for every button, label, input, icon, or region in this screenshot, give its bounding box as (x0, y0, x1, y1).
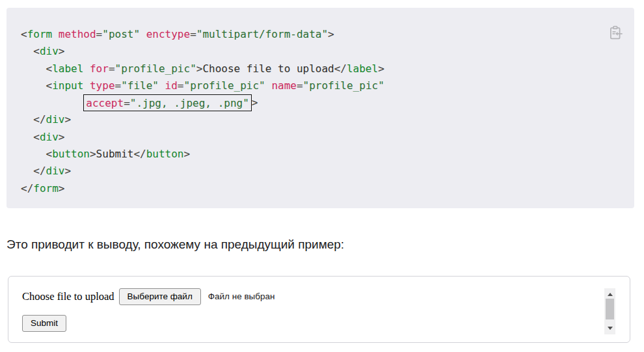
code-token: id (165, 79, 178, 92)
code-token (21, 148, 46, 160)
code-token: </ (33, 113, 46, 126)
code-line: </div> (21, 163, 634, 180)
code-token (159, 79, 165, 92)
code-token: < (46, 62, 53, 75)
code-token (265, 79, 272, 92)
file-upload-label[interactable]: Choose file to upload (22, 290, 114, 303)
code-token: input (52, 79, 83, 92)
scrollbar-track[interactable] (604, 288, 615, 334)
code-token: Choose file to upload (202, 62, 334, 75)
code-token: for (90, 62, 109, 75)
code-token: > (252, 96, 258, 109)
code-line: <div> (21, 129, 634, 146)
no-file-chosen-text: Файл не выбран (208, 291, 275, 301)
code-token: div (40, 45, 59, 57)
code-token: button (52, 148, 90, 160)
code-token: = (124, 96, 130, 109)
code-token: < (46, 79, 53, 92)
code-token (21, 131, 33, 143)
code-token: > (59, 45, 65, 57)
code-token: < (21, 28, 27, 40)
code-token: enctype (146, 28, 190, 40)
code-token: </ (133, 148, 146, 160)
submit-row: Submit (22, 314, 66, 332)
page: <form method="post" enctype="multipart/f… (0, 0, 644, 352)
code-token: = (178, 79, 184, 92)
code-token (21, 62, 46, 75)
code-line: </form> (21, 180, 634, 197)
code-token: form (33, 182, 59, 195)
code-token (21, 79, 46, 92)
code-token: "profile_pic" (303, 79, 384, 92)
code-token (83, 62, 90, 75)
code-block: <form method="post" enctype="multipart/f… (7, 8, 634, 208)
code-token: type (90, 79, 115, 92)
code-token: = (96, 28, 103, 40)
code-token: label (52, 62, 83, 75)
code-token: accept (86, 96, 124, 109)
code-line: <button>Submit</button> (21, 146, 634, 163)
code-token: > (328, 28, 334, 40)
code-token: > (183, 148, 190, 160)
clipboard-copy-icon (608, 33, 623, 42)
code-token: div (46, 113, 65, 126)
code-token: > (59, 182, 65, 195)
code-token: > (64, 165, 71, 177)
code-token: Submit (96, 148, 134, 160)
code-token (21, 45, 33, 57)
submit-button[interactable]: Submit (22, 315, 66, 332)
code-token: </ (33, 165, 46, 177)
code-token (21, 96, 83, 109)
code-token: < (33, 45, 40, 57)
code-token: form (27, 28, 53, 40)
code-line: <label for="profile_pic">Choose file to … (21, 61, 634, 77)
code-token: "profile_pic" (115, 62, 196, 75)
code-token: < (33, 131, 40, 143)
code-token (83, 79, 90, 92)
code-token: = (297, 79, 303, 92)
code-token: </ (334, 62, 347, 75)
code-token (21, 165, 33, 177)
paragraph-text: Это приводит к выводу, похожему на преды… (7, 236, 344, 253)
choose-file-button[interactable]: Выберите файл (119, 288, 201, 305)
code-token (21, 113, 33, 126)
live-sample-frame: Choose file to upload Выберите файл Файл… (8, 276, 630, 343)
code-token: "profile_pic" (184, 79, 265, 92)
code-line: </div> (21, 111, 634, 128)
code-token (52, 28, 59, 40)
scrollbar-down-arrow-icon[interactable] (608, 327, 613, 330)
code-token: method (59, 28, 96, 40)
code-token: > (64, 113, 71, 126)
file-upload-row: Choose file to upload Выберите файл Файл… (22, 288, 275, 305)
code-token: = (115, 79, 122, 92)
code-line: <form method="post" enctype="multipart/f… (21, 26, 634, 43)
code-token: "file" (121, 79, 159, 92)
code-line: accept=".jpg, .jpeg, .png"> (21, 94, 634, 111)
code-token: "post" (102, 28, 140, 40)
code-content: <form method="post" enctype="multipart/f… (7, 8, 634, 197)
code-token: > (196, 62, 203, 75)
highlight-box: accept=".jpg, .jpeg, .png" (83, 94, 251, 111)
code-token: div (40, 131, 59, 143)
code-token: div (46, 165, 65, 177)
scrollbar-up-arrow-icon[interactable] (608, 293, 613, 296)
code-token: ".jpg, .jpeg, .png" (130, 96, 249, 109)
scrollbar-thumb[interactable] (606, 299, 614, 319)
code-token: "multipart/form-data" (196, 28, 328, 40)
code-token: name (271, 79, 297, 92)
code-token: = (109, 62, 115, 75)
code-token: </ (21, 182, 33, 195)
code-token: < (46, 148, 53, 160)
code-line: <input type="file" id="profile_pic" name… (21, 77, 634, 94)
code-token: > (59, 131, 65, 143)
code-token: > (378, 62, 384, 75)
copy-to-clipboard-button[interactable] (607, 25, 624, 42)
code-token: label (347, 62, 378, 75)
code-token: button (146, 148, 184, 160)
code-token: > (90, 148, 96, 160)
code-token (140, 28, 146, 40)
code-line: <div> (21, 43, 634, 60)
code-token: = (190, 28, 196, 40)
